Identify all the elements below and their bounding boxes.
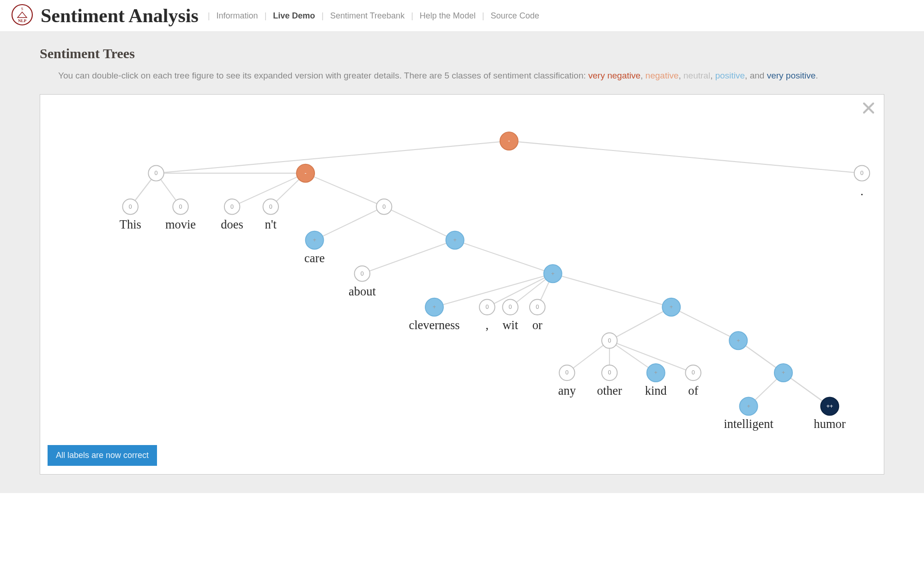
tree-node-about[interactable]: 0 (355, 266, 370, 281)
tree-edge (455, 240, 553, 274)
svg-text:0: 0 (361, 270, 364, 277)
tree-node-kind[interactable]: + (647, 364, 665, 382)
tree-edge (314, 206, 384, 240)
svg-text:0: 0 (509, 304, 512, 310)
nav-item-information[interactable]: Information (217, 11, 258, 21)
tree-node-NP2[interactable]: + (544, 265, 562, 283)
tree-node-VP2[interactable]: 0 (376, 199, 392, 214)
tree-node-does[interactable]: 0 (224, 199, 240, 214)
labels-correct-button[interactable]: All labels are now correct (48, 445, 157, 466)
tree-edge (671, 307, 738, 341)
tree-word-or: or (532, 318, 543, 331)
nav-separator: | (321, 11, 324, 21)
nav-item-help-the-model[interactable]: Help the Model (420, 11, 476, 21)
sentiment-tree[interactable]: -00This0movie-0does0n't0+care+0about++cl… (40, 95, 884, 475)
svg-text:+: + (551, 270, 554, 277)
tree-node-NP[interactable]: 0 (123, 199, 138, 214)
svg-text:-: - (305, 170, 307, 176)
class-negative: negative (646, 71, 679, 80)
svg-text:S: S (21, 7, 23, 11)
tree-node-wit[interactable]: 0 (502, 299, 518, 314)
tree-word-nt: n't (265, 217, 277, 231)
svg-text:+: + (654, 369, 658, 376)
tree-node-NP5[interactable]: + (729, 331, 747, 349)
intro-lead: You can double-click on each tree figure… (58, 71, 586, 80)
class-very-positive: very positive (767, 71, 816, 80)
svg-text:0: 0 (129, 203, 132, 210)
tree-node-VP[interactable]: - (296, 164, 314, 182)
tree-node-clever[interactable]: + (425, 298, 443, 316)
body-area: Sentiment Trees You can double-click on … (0, 32, 924, 493)
svg-text:0: 0 (155, 170, 158, 176)
svg-text:+: + (737, 337, 740, 343)
nav-separator: | (208, 11, 210, 21)
tree-word-humor: humor (814, 417, 845, 431)
tree-node-root[interactable]: - (500, 132, 518, 150)
tree-edge (362, 240, 455, 274)
tree-word-wit: wit (502, 318, 518, 331)
class-positive: positive (715, 71, 745, 80)
svg-text:0: 0 (608, 369, 611, 376)
svg-text:0: 0 (692, 369, 695, 376)
tree-edge (384, 206, 455, 240)
tree-node-about_phr[interactable]: + (446, 231, 464, 249)
svg-text:-: - (508, 138, 510, 144)
tree-word-clever: cleverness (409, 318, 459, 331)
tree-node-NP3[interactable]: + (662, 298, 680, 316)
tree-node-S[interactable]: 0 (148, 165, 163, 181)
svg-text:0: 0 (230, 203, 234, 210)
svg-text:0: 0 (179, 203, 182, 210)
tree-node-comma[interactable]: 0 (479, 299, 495, 314)
class-very-negative: very negative (588, 71, 640, 80)
tree-word-other: other (597, 384, 622, 397)
svg-text:+: + (313, 237, 316, 243)
tree-edge (156, 141, 509, 173)
nav-separator: | (482, 11, 484, 21)
tree-node-or[interactable]: 0 (530, 299, 545, 314)
tree-word-of: of (688, 384, 698, 397)
svg-text:+: + (453, 237, 456, 243)
nlp-logo-icon: S NLP (11, 4, 33, 28)
tree-word-period: . (860, 184, 864, 198)
tree-node-VP0[interactable]: 0 (173, 199, 188, 214)
svg-text:++: ++ (827, 403, 833, 409)
tree-word-about: about (349, 284, 376, 298)
tree-node-intelligent[interactable]: + (740, 397, 758, 415)
tree-node-nt[interactable]: 0 (263, 199, 278, 214)
page-title: Sentiment Analysis (41, 5, 199, 27)
tree-word-does: does (221, 217, 243, 231)
svg-text:0: 0 (485, 304, 489, 310)
nav-item-source-code[interactable]: Source Code (491, 11, 539, 21)
svg-text:+: + (670, 304, 673, 310)
tree-node-humor[interactable]: ++ (821, 397, 839, 415)
tree-node-intel_phr[interactable]: + (774, 364, 792, 382)
nav-separator: | (265, 11, 267, 21)
tree-word-NP: This (120, 217, 141, 231)
tree-node-of[interactable]: 0 (685, 365, 701, 380)
tree-panel: -00This0movie-0does0n't0+care+0about++cl… (40, 94, 884, 475)
svg-text:0: 0 (269, 203, 272, 210)
svg-text:+: + (747, 403, 750, 409)
intro-text: You can double-click on each tree figure… (58, 70, 866, 82)
tree-edge (509, 141, 862, 173)
svg-text:0: 0 (860, 170, 864, 176)
tree-edge (553, 273, 671, 307)
tree-word-kind: kind (645, 384, 667, 397)
svg-text:+: + (782, 369, 785, 376)
tree-node-NP4[interactable]: 0 (602, 333, 617, 348)
tree-edge (306, 173, 384, 207)
svg-text:0: 0 (382, 203, 386, 210)
tree-node-any[interactable]: 0 (559, 365, 574, 380)
tree-word-any: any (558, 384, 576, 397)
nav-item-live-demo[interactable]: Live Demo (273, 11, 315, 21)
tree-edge (610, 307, 671, 341)
tree-node-period[interactable]: 0 (854, 165, 870, 181)
tree-node-care_phr[interactable]: + (306, 231, 324, 249)
nav-item-sentiment-treebank[interactable]: Sentiment Treebank (330, 11, 405, 21)
close-icon[interactable] (863, 102, 875, 116)
header: S NLP Sentiment Analysis |Information|Li… (0, 0, 924, 32)
tree-node-other[interactable]: 0 (602, 365, 617, 380)
nav: |Information|Live Demo|Sentiment Treeban… (201, 11, 539, 21)
svg-text:+: + (433, 304, 436, 310)
class-neutral: neutral (683, 71, 710, 80)
